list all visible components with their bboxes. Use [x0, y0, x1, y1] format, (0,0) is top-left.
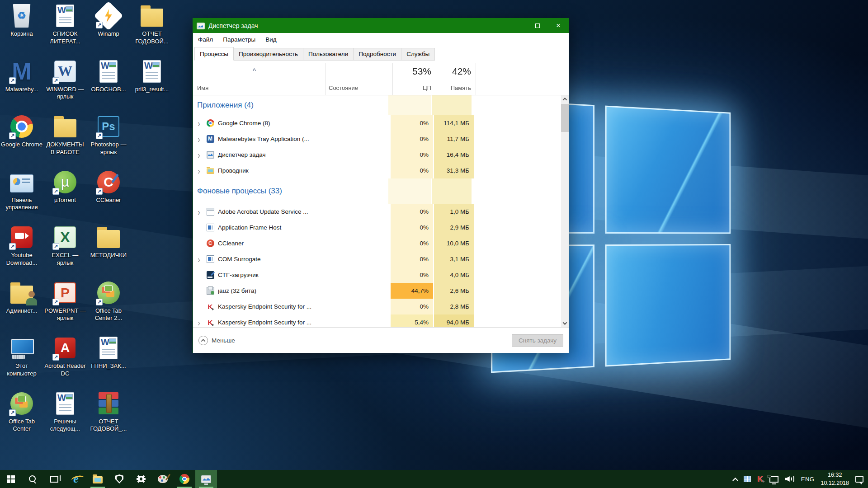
column-header-status[interactable]: Состояние: [329, 84, 358, 91]
expand-chevron-icon[interactable]: ›: [193, 167, 205, 174]
scrollbar-thumb[interactable]: [561, 104, 569, 132]
process-row[interactable]: CTF-загрузчик 0% 4,0 МБ: [193, 267, 569, 283]
desktop-icon-excel[interactable]: X ↗ EXCEL — ярлык: [44, 224, 86, 280]
column-header-memory[interactable]: Память: [436, 84, 471, 91]
desktop-icon-word-document[interactable]: Решены следующ...: [44, 390, 86, 446]
desktop-icon-photoshop[interactable]: Ps ↗ Photoshop — ярлык: [87, 113, 130, 169]
desktop-icon-utorrent[interactable]: µ ↗ µTorrent: [44, 169, 86, 225]
menu-options[interactable]: Параметры: [223, 36, 255, 43]
expand-chevron-icon[interactable]: ›: [193, 119, 205, 127]
taskbar-paint[interactable]: [152, 470, 174, 488]
process-list: Приложения (4) › Google Chrome (8) 0% 11…: [193, 95, 569, 327]
task-view-button[interactable]: [43, 470, 65, 488]
fewer-details-toggle[interactable]: Меньше: [198, 336, 235, 345]
process-row[interactable]: › Google Chrome (8) 0% 114,1 МБ: [193, 115, 569, 131]
desktop-icon-youtube-downloader[interactable]: ↗ Youtube Download...: [0, 224, 43, 280]
close-button[interactable]: ×: [548, 19, 569, 33]
column-divider: [476, 63, 476, 95]
column-header-cpu[interactable]: ЦП: [392, 84, 431, 91]
section-header-apps[interactable]: Приложения (4): [193, 95, 569, 115]
expand-chevron-icon[interactable]: ›: [193, 208, 205, 216]
vertical-scrollbar[interactable]: [561, 95, 569, 327]
desktop-icon-folder[interactable]: ДОКУМЕНТЫ В РАБОТЕ: [44, 113, 86, 169]
process-row[interactable]: Application Frame Host 0% 2,9 МБ: [193, 220, 569, 235]
desktop-icon-word-document[interactable]: ОБОСНОВ...: [87, 58, 130, 114]
wired-network-icon[interactable]: [769, 476, 778, 483]
title-bar[interactable]: Диспетчер задач ×: [193, 19, 569, 33]
taskbar-internet-explorer[interactable]: e: [65, 470, 87, 488]
column-header-name[interactable]: Имя: [197, 84, 208, 91]
maximize-button[interactable]: [527, 19, 548, 33]
malwarebytes-icon: M: [207, 135, 214, 143]
process-row[interactable]: C CCleaner 0% 10,0 МБ: [193, 235, 569, 251]
process-row[interactable]: › Диспетчер задач 0% 16,4 МБ: [193, 147, 569, 163]
tab-services[interactable]: Службы: [401, 48, 435, 61]
process-row[interactable]: › Проводник 0% 31,3 МБ: [193, 163, 569, 178]
tray-app-window-icon[interactable]: [744, 476, 751, 482]
end-task-button[interactable]: Снять задачу: [512, 334, 563, 347]
desktop-icon-word-document[interactable]: ГПНИ_ЗАК...: [87, 335, 130, 390]
desktop-icon-label: Winamp: [98, 30, 119, 38]
process-row[interactable]: › COM Surrogate 0% 3,1 МБ: [193, 251, 569, 267]
action-center-icon[interactable]: [855, 476, 863, 483]
expand-chevron-icon[interactable]: ›: [193, 255, 205, 263]
windows-logo-pane: [605, 106, 731, 234]
desktop-icon-word-document[interactable]: pril3_result...: [131, 58, 173, 114]
expand-chevron-icon[interactable]: ›: [193, 135, 205, 143]
process-row[interactable]: K Kaspersky Endpoint Security for ... 0%…: [193, 299, 569, 314]
desktop-icon-label: Youtube Download...: [0, 252, 43, 267]
process-row[interactable]: › Adobe Acrobat Update Service ... 0% 1,…: [193, 204, 569, 220]
process-row[interactable]: › K Kaspersky Endpoint Security for ... …: [193, 314, 569, 327]
taskbar-search-button[interactable]: [22, 470, 43, 488]
minimize-button[interactable]: [506, 19, 527, 33]
desktop-icon-powerpoint[interactable]: P ↗ POWERPNT — ярлык: [44, 280, 86, 335]
menu-file[interactable]: Файл: [198, 36, 213, 43]
desktop-icon-word-document[interactable]: СПИСОК ЛИТЕРАТ...: [44, 3, 86, 58]
process-row[interactable]: › M Malwarebytes Tray Application (... 0…: [193, 131, 569, 147]
desktop-icon-folder[interactable]: МЕТОДИЧКИ: [87, 224, 130, 280]
desktop-icon-chrome[interactable]: ↗ Google Chrome: [0, 113, 43, 169]
desktop-icon-malwarebytes[interactable]: M ↗ Malwareby...: [0, 58, 43, 114]
desktop-icon-office-tab[interactable]: ↗ Office Tab Center 2...: [87, 280, 130, 335]
taskbar-task-manager[interactable]: [195, 470, 217, 488]
desktop-icon-folder[interactable]: ОТЧЕТ ГОДОВОЙ...: [131, 3, 173, 58]
desktop-icon-acrobat[interactable]: A ↗ Acrobat Reader DC: [44, 335, 86, 390]
desktop-icon-winrar-archive[interactable]: ОТЧЕТ ГОДОВОЙ_...: [87, 390, 130, 446]
tab-performance[interactable]: Производительность: [233, 48, 303, 61]
desktop-icon-this-pc[interactable]: Этот компьютер: [0, 335, 43, 390]
expand-chevron-icon[interactable]: ›: [193, 319, 205, 326]
taskbar-clock[interactable]: 16:32 10.12.2018: [821, 471, 849, 487]
expand-chevron-icon[interactable]: ›: [193, 151, 205, 159]
scroll-up-button[interactable]: [561, 95, 569, 103]
process-memory: 2,9 МБ: [434, 220, 474, 235]
desktop-icon-ccleaner[interactable]: C ↗ CCleaner: [87, 169, 130, 225]
desktop-icon-recycle-bin[interactable]: ♻ Корзина: [0, 3, 43, 58]
user-folder-icon: [10, 286, 33, 304]
tab-processes[interactable]: Процессы: [194, 47, 234, 61]
taskbar-file-explorer[interactable]: [87, 470, 108, 488]
desktop-icon-office-tab[interactable]: ↗ Office Tab Center: [0, 390, 43, 446]
section-header-background[interactable]: Фоновые процессы (33): [193, 178, 569, 204]
language-indicator[interactable]: ENG: [801, 476, 815, 483]
taskbar-windows-defender[interactable]: [108, 470, 130, 488]
desktop-icon-label: МЕТОДИЧКИ: [90, 252, 127, 259]
menu-view[interactable]: Вид: [265, 36, 276, 43]
desktop-icon-control-panel[interactable]: Панель управления: [0, 169, 43, 225]
tray-overflow-chevron-icon[interactable]: [733, 477, 739, 483]
start-button[interactable]: [0, 470, 22, 488]
taskbar-settings[interactable]: [130, 470, 152, 488]
volume-icon[interactable]: [785, 475, 795, 483]
process-row[interactable]: jauz (32 бита) 44,7% 2,6 МБ: [193, 283, 569, 299]
desktop-icon-user-folder[interactable]: Админист...: [0, 280, 43, 335]
tab-details[interactable]: Подробности: [353, 48, 401, 61]
desktop-icon-winword[interactable]: W ↗ WINWORD — ярлык: [44, 58, 86, 114]
tab-users[interactable]: Пользователи: [303, 48, 354, 61]
shortcut-arrow-icon: ↗: [52, 354, 59, 361]
kaspersky-tray-icon[interactable]: K: [757, 475, 763, 483]
desktop-icon-winamp[interactable]: ↗ Winamp: [87, 3, 130, 58]
paint-palette-icon: [158, 475, 168, 483]
close-icon: ×: [556, 21, 561, 30]
process-cpu: 0%: [391, 235, 434, 251]
scroll-down-button[interactable]: [561, 319, 569, 327]
taskbar-chrome[interactable]: [174, 470, 195, 488]
